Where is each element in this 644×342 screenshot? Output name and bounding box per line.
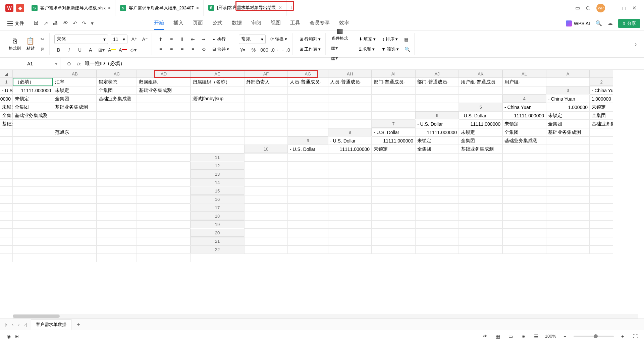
print-icon[interactable]: 🖶 — [53, 20, 58, 26]
cell[interactable] — [415, 153, 459, 162]
cell[interactable] — [502, 145, 546, 153]
cell[interactable] — [0, 178, 13, 187]
cell[interactable] — [288, 111, 328, 120]
cell[interactable] — [0, 245, 13, 254]
cell[interactable] — [191, 86, 244, 95]
preview-icon[interactable]: 👁 — [63, 20, 68, 26]
select-all-corner[interactable]: ◢ — [0, 70, 13, 78]
cell[interactable]: 范旭东 — [53, 128, 97, 136]
cell[interactable] — [13, 195, 53, 204]
cell[interactable]: 基础业务集成测 — [53, 103, 97, 111]
row-header-17[interactable]: 17 — [191, 204, 244, 212]
font-color-icon[interactable]: A — [119, 46, 127, 54]
cell[interactable] — [372, 153, 415, 162]
thousands-icon[interactable]: 000 — [260, 46, 268, 54]
cell[interactable] — [372, 220, 415, 229]
cell[interactable] — [53, 245, 97, 254]
cell[interactable] — [502, 245, 546, 254]
cell[interactable] — [372, 195, 415, 204]
cell[interactable] — [590, 145, 613, 153]
document-tab-1[interactable]: S 客户需求单对象新建导入模板.xlsx — [27, 0, 115, 16]
cell[interactable] — [328, 204, 372, 212]
cell[interactable] — [459, 220, 502, 229]
cell[interactable]: 全集团 — [459, 136, 502, 145]
spreadsheet-grid[interactable]: ◢ABACADAEAFAGAHAIAJAKALA1（必填）汇率锁定状态归属组织归… — [0, 70, 644, 304]
sum-button[interactable]: Σ 求和▾ — [357, 45, 377, 53]
cut-icon[interactable]: ✂ — [39, 35, 47, 43]
cell[interactable]: 11111.000000 — [502, 111, 546, 120]
cell[interactable] — [459, 162, 502, 170]
cell[interactable] — [459, 212, 502, 220]
cell[interactable] — [372, 111, 415, 120]
fx-icon[interactable]: fx — [77, 61, 81, 66]
cell[interactable] — [0, 204, 13, 212]
cell[interactable] — [13, 128, 53, 136]
cell[interactable] — [415, 220, 459, 229]
cell[interactable] — [288, 128, 328, 136]
cell[interactable]: 1.000000 — [0, 95, 13, 103]
cell[interactable] — [459, 237, 502, 245]
cell[interactable] — [13, 120, 53, 128]
cell[interactable] — [0, 187, 13, 195]
col-header-AD[interactable]: AD — [137, 70, 191, 78]
cell[interactable] — [372, 212, 415, 220]
cell[interactable] — [590, 170, 613, 178]
tab-data[interactable]: 数据 — [232, 17, 242, 30]
cell[interactable]: - U.S. Dollar — [372, 128, 415, 136]
cell[interactable] — [13, 212, 53, 220]
cell[interactable] — [244, 245, 288, 254]
cell[interactable] — [328, 195, 372, 204]
row-header-11[interactable]: 11 — [191, 153, 244, 161]
cell[interactable] — [191, 136, 244, 145]
align-left-icon[interactable]: ≡ — [157, 45, 165, 53]
cell[interactable] — [590, 220, 613, 229]
cell[interactable] — [137, 120, 191, 128]
cell[interactable]: 基础业务集成测 — [13, 111, 53, 120]
decrease-font-icon[interactable]: A⁻ — [141, 35, 149, 43]
cell[interactable] — [244, 178, 288, 187]
number-format-select[interactable]: 常规▾ — [239, 35, 266, 44]
cell[interactable]: 外部负责人 — [244, 78, 288, 86]
cell[interactable]: 11111.000000 — [459, 120, 502, 128]
cell[interactable]: 归属组织（名称） — [191, 78, 244, 86]
cell[interactable] — [415, 204, 459, 212]
cell[interactable] — [13, 204, 53, 212]
cell[interactable] — [53, 254, 97, 262]
cell[interactable] — [288, 178, 328, 187]
cell[interactable]: 未锁定 — [502, 120, 546, 128]
formula-text[interactable]: 唯一性ID（必填） — [85, 60, 125, 67]
cell[interactable] — [0, 212, 13, 220]
cell[interactable]: 未锁定 — [53, 86, 97, 95]
table-style-icon[interactable]: ▦▾ — [330, 44, 338, 52]
cell[interactable] — [459, 153, 502, 162]
cell[interactable] — [546, 136, 590, 145]
cell[interactable] — [502, 195, 546, 204]
ribbon-expand-icon[interactable]: › — [632, 41, 639, 47]
cell-color-icon[interactable]: ◇▾ — [129, 46, 138, 54]
cell[interactable]: 部门-普通成员- — [372, 78, 415, 86]
italic-icon[interactable]: I — [65, 46, 73, 54]
cell[interactable] — [590, 187, 613, 195]
cell[interactable] — [415, 195, 459, 204]
cell[interactable] — [244, 237, 288, 245]
cell[interactable] — [244, 153, 288, 162]
zoom-level[interactable]: 100% — [545, 334, 556, 339]
cell[interactable] — [191, 111, 244, 120]
cell[interactable] — [53, 187, 97, 195]
col-header-AK[interactable]: AK — [459, 70, 502, 78]
cell[interactable] — [328, 170, 372, 178]
cell[interactable] — [13, 170, 53, 178]
col-header-AF[interactable]: AF — [244, 70, 288, 78]
cell[interactable] — [0, 254, 13, 262]
tab-view[interactable]: 视图 — [271, 17, 281, 30]
cell[interactable]: 未锁定 — [459, 128, 502, 136]
share-button[interactable]: ⇪ 分享 — [618, 19, 640, 28]
cell[interactable]: 未锁定 — [13, 95, 53, 103]
cell[interactable]: - U.S. Dollar — [288, 145, 328, 153]
cell[interactable] — [459, 229, 502, 237]
chevron-down-icon[interactable]: ▾ — [55, 61, 57, 66]
col-header-AJ[interactable]: AJ — [415, 70, 459, 78]
cell[interactable] — [0, 195, 13, 204]
cell[interactable] — [244, 195, 288, 204]
cell[interactable]: - U.S. Dollar — [415, 120, 459, 128]
